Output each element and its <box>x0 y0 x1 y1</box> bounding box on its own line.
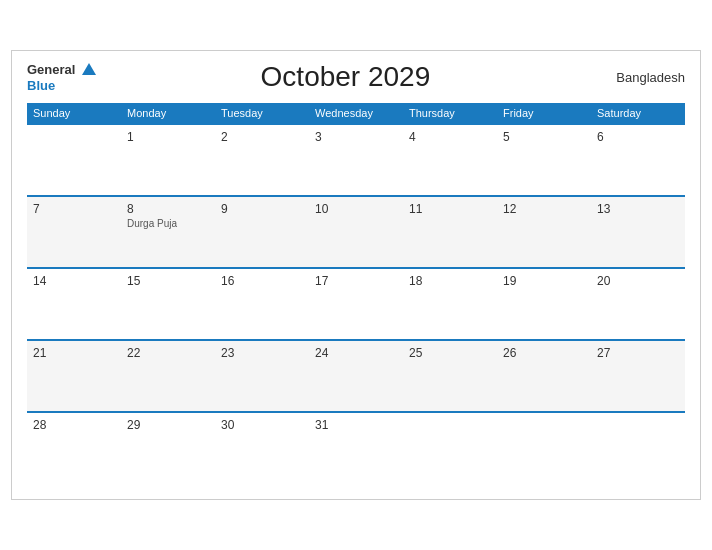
day-number: 22 <box>127 346 209 360</box>
day-number: 23 <box>221 346 303 360</box>
calendar-cell: 23 <box>215 340 309 412</box>
calendar-week-row: 21222324252627 <box>27 340 685 412</box>
calendar-cell: 8Durga Puja <box>121 196 215 268</box>
calendar-cell: 13 <box>591 196 685 268</box>
calendar-cell: 18 <box>403 268 497 340</box>
day-number: 31 <box>315 418 397 432</box>
calendar-cell: 1 <box>121 124 215 196</box>
day-number: 12 <box>503 202 585 216</box>
calendar-cell <box>403 412 497 484</box>
calendar-cell: 27 <box>591 340 685 412</box>
calendar-cell: 5 <box>497 124 591 196</box>
calendar-cell: 2 <box>215 124 309 196</box>
weekday-header: Saturday <box>591 103 685 124</box>
day-number: 7 <box>33 202 115 216</box>
calendar-cell: 12 <box>497 196 591 268</box>
day-number: 20 <box>597 274 679 288</box>
logo-line1: General <box>27 61 96 77</box>
logo-general-text: General <box>27 62 75 77</box>
calendar-cell: 26 <box>497 340 591 412</box>
day-number: 26 <box>503 346 585 360</box>
logo: General Blue <box>27 61 96 93</box>
calendar-header: General Blue October 2029 Bangladesh <box>27 61 685 93</box>
calendar-cell: 28 <box>27 412 121 484</box>
day-number: 29 <box>127 418 209 432</box>
calendar-cell: 25 <box>403 340 497 412</box>
country-label: Bangladesh <box>595 70 685 85</box>
weekday-header: Sunday <box>27 103 121 124</box>
weekday-header: Thursday <box>403 103 497 124</box>
calendar-grid: SundayMondayTuesdayWednesdayThursdayFrid… <box>27 103 685 484</box>
logo-blue-text: Blue <box>27 78 55 93</box>
day-number: 25 <box>409 346 491 360</box>
calendar-cell: 6 <box>591 124 685 196</box>
calendar-week-row: 28293031 <box>27 412 685 484</box>
calendar-cell: 21 <box>27 340 121 412</box>
logo-triangle-icon <box>82 63 96 75</box>
day-number: 14 <box>33 274 115 288</box>
day-number: 30 <box>221 418 303 432</box>
day-number: 2 <box>221 130 303 144</box>
calendar-cell: 7 <box>27 196 121 268</box>
calendar-cell: 24 <box>309 340 403 412</box>
day-number: 4 <box>409 130 491 144</box>
calendar-week-row: 123456 <box>27 124 685 196</box>
day-number: 17 <box>315 274 397 288</box>
calendar-cell: 29 <box>121 412 215 484</box>
weekday-header: Wednesday <box>309 103 403 124</box>
calendar-cell: 19 <box>497 268 591 340</box>
day-number: 21 <box>33 346 115 360</box>
calendar-cell: 4 <box>403 124 497 196</box>
calendar-cell: 17 <box>309 268 403 340</box>
weekday-header: Tuesday <box>215 103 309 124</box>
calendar-week-row: 78Durga Puja910111213 <box>27 196 685 268</box>
calendar-cell: 9 <box>215 196 309 268</box>
day-number: 8 <box>127 202 209 216</box>
day-number: 11 <box>409 202 491 216</box>
day-number: 15 <box>127 274 209 288</box>
calendar-cell: 20 <box>591 268 685 340</box>
event-label: Durga Puja <box>127 218 209 229</box>
calendar-week-row: 14151617181920 <box>27 268 685 340</box>
day-number: 27 <box>597 346 679 360</box>
day-number: 19 <box>503 274 585 288</box>
calendar-cell: 10 <box>309 196 403 268</box>
calendar-title: October 2029 <box>96 61 595 93</box>
day-number: 10 <box>315 202 397 216</box>
day-number: 6 <box>597 130 679 144</box>
calendar-cell: 30 <box>215 412 309 484</box>
day-number: 13 <box>597 202 679 216</box>
calendar-cell <box>27 124 121 196</box>
weekday-header-row: SundayMondayTuesdayWednesdayThursdayFrid… <box>27 103 685 124</box>
day-number: 28 <box>33 418 115 432</box>
calendar-cell: 22 <box>121 340 215 412</box>
calendar-cell: 16 <box>215 268 309 340</box>
calendar-cell: 15 <box>121 268 215 340</box>
day-number: 5 <box>503 130 585 144</box>
day-number: 9 <box>221 202 303 216</box>
day-number: 24 <box>315 346 397 360</box>
calendar-cell: 3 <box>309 124 403 196</box>
calendar-cell: 11 <box>403 196 497 268</box>
calendar-cell: 14 <box>27 268 121 340</box>
calendar-cell <box>591 412 685 484</box>
day-number: 18 <box>409 274 491 288</box>
calendar-cell: 31 <box>309 412 403 484</box>
day-number: 3 <box>315 130 397 144</box>
day-number: 16 <box>221 274 303 288</box>
calendar-container: General Blue October 2029 Bangladesh Sun… <box>11 50 701 500</box>
calendar-cell <box>497 412 591 484</box>
weekday-header: Monday <box>121 103 215 124</box>
weekday-header: Friday <box>497 103 591 124</box>
day-number: 1 <box>127 130 209 144</box>
